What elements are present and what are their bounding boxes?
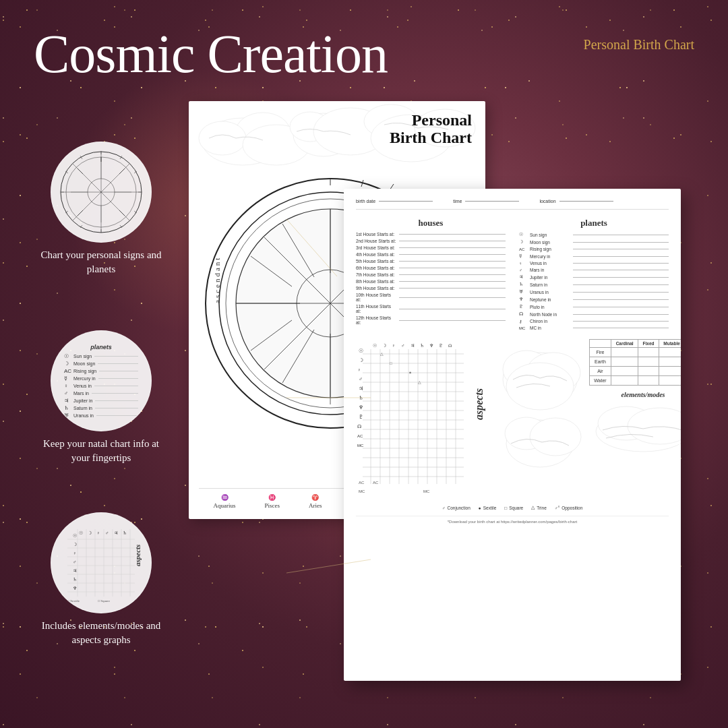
square-symbol: □: [504, 506, 507, 510]
annotation-planets: planets ☉ Sun sign ☽ Moon sign AC Rising…: [34, 330, 169, 465]
aspects-inner: ☉ ☽ ♀ ♂ ♃ ♄ ♆ ☉ ☽ ♀ ♂ ♃ ♄: [57, 519, 145, 607]
svg-text:♄: ♄: [420, 343, 424, 348]
location-field: location: [539, 199, 613, 204]
house-row-8: 8th House Starts at:: [356, 279, 506, 284]
elem-water-fixed: [638, 376, 659, 386]
elem-air-mutable: [659, 367, 681, 376]
svg-line-11: [78, 210, 83, 216]
planets-title: planets: [519, 218, 669, 229]
svg-text:AC: AC: [357, 434, 363, 438]
elem-fire-cardinal: [611, 348, 638, 357]
svg-text:● Sextile: ● Sextile: [67, 599, 80, 603]
location-line: [559, 201, 613, 202]
planet-mercury: ☿ Mercury in: [519, 253, 669, 259]
elem-water-cardinal: [611, 376, 638, 386]
pisces-label: Pisces: [265, 502, 280, 509]
trine-symbol: △: [531, 505, 535, 510]
aries-symbol: ♈: [311, 494, 319, 501]
legend-square: □ Square: [504, 505, 523, 510]
col-header-cardinal: Cardinal: [611, 340, 638, 348]
svg-text:♃: ♃: [411, 343, 415, 348]
legend-sextile: ● Sextile: [479, 505, 496, 510]
planet-mars: ♂ Mars in: [519, 268, 669, 272]
elem-row-water: Water ▽: [590, 376, 681, 386]
svg-text:♂: ♂: [359, 376, 363, 382]
svg-text:♀: ♀: [73, 551, 76, 556]
time-field: time: [453, 199, 519, 204]
svg-text:♀: ♀: [357, 367, 361, 372]
doc2-inner: birth date time location: [344, 189, 681, 534]
main-title: Cosmic Creation: [34, 27, 388, 81]
svg-text:☉: ☉: [79, 530, 83, 536]
svg-text:♄: ♄: [123, 530, 127, 536]
svg-text:AC: AC: [373, 481, 379, 485]
col-header-mutable: Mutable: [659, 340, 681, 348]
svg-text:□ Square: □ Square: [98, 599, 111, 603]
elem-row-earth: Earth ▽: [590, 357, 681, 367]
svg-text:☊: ☊: [448, 344, 452, 348]
elem-earth-label: Earth: [590, 357, 611, 367]
svg-text:AC: AC: [359, 481, 365, 485]
legend-conjunction: ♂ Conjunction: [442, 505, 471, 510]
house-row-9: 9th House Starts at:: [356, 286, 506, 291]
annotation-wheel: Chart your personal signs and planets: [34, 142, 169, 276]
elements-modes-area: Cardinal Fixed Mutable Fire: [589, 339, 681, 502]
col-planets: planets ☉ Sun sign ☽ Moon sign AC Rising…: [519, 218, 669, 332]
svg-text:aspects: aspects: [133, 545, 142, 566]
legend-opposition: ♂° Opposition: [555, 505, 583, 510]
planet-jupiter: ♃ Jupiter in: [519, 274, 669, 280]
elem-earth-fixed: [638, 357, 659, 367]
svg-text:♂: ♂: [401, 343, 404, 348]
planet-venus: ♀ Venus in: [519, 261, 669, 266]
elem-row-fire: Fire △: [590, 348, 681, 357]
svg-text:♄: ♄: [73, 577, 77, 582]
header: Cosmic Creation Personal Birth Chart: [34, 27, 694, 81]
svg-text:MC: MC: [423, 489, 430, 493]
annotation-aspects: ☉ ☽ ♀ ♂ ♃ ♄ ♆ ☉ ☽ ♀ ♂ ♃ ♄: [34, 512, 169, 647]
svg-text:☽: ☽: [382, 343, 386, 348]
house-row-3: 3rd House Starts at:: [356, 245, 506, 250]
pisces-symbol: ♓: [268, 494, 276, 501]
doc2-bottom-section: ☉ ☽ ♀ ♂ ♃ ♄ ♆ ♇ ☊ AC MC: [356, 339, 669, 502]
planet-rising: AC Rising sign: [519, 247, 669, 251]
svg-text:MC: MC: [357, 444, 364, 448]
svg-text:♇: ♇: [439, 343, 443, 348]
svg-text:♀: ♀: [392, 343, 395, 348]
planet-moon: ☽ Moon sign: [519, 239, 669, 245]
planet-mc: MC MC in: [519, 326, 669, 330]
document-detail: birth date time location: [344, 189, 681, 681]
annotation-text-wheel: Chart your personal signs and planets: [34, 248, 169, 276]
aspects-mini-svg: ☉ ☽ ♀ ♂ ♃ ♄ ♆ ☉ ☽ ♀ ♂ ♃ ♄: [61, 522, 142, 603]
planet-pluto: ♇ Pluto in: [519, 304, 669, 309]
svg-line-10: [119, 210, 125, 216]
birth-date-label: birth date: [356, 199, 375, 204]
opposition-label: Opposition: [562, 506, 582, 510]
elem-air-label: Air: [590, 367, 611, 376]
doc1-title-line2: Birth Chart: [390, 129, 472, 146]
svg-text:♇: ♇: [359, 414, 363, 420]
planets-circle-title: planets: [64, 344, 138, 351]
house-row-1: 1st House Starts at:: [356, 232, 506, 237]
doc1-title-area: Personal Birth Chart: [390, 111, 472, 147]
svg-text:△: △: [418, 380, 421, 384]
doc1-title-line1: Personal: [390, 111, 472, 129]
time-label: time: [453, 199, 462, 204]
main-content: Cosmic Creation Personal Birth Chart: [0, 0, 728, 728]
house-row-6: 6th House Starts at:: [356, 266, 506, 270]
svg-text:♃: ♃: [73, 568, 77, 574]
elem-air-fixed: [638, 367, 659, 376]
house-row-7: 7th House Starts at:: [356, 272, 506, 277]
house-row-2: 2nd House Starts at:: [356, 239, 506, 243]
conjunction-symbol: ♂: [442, 506, 446, 510]
opposition-symbol: ♂°: [555, 506, 559, 510]
elem-row-air: Air △: [590, 367, 681, 376]
aquarius-label: Aquarius: [214, 502, 236, 509]
svg-text:☉: ☉: [73, 533, 77, 539]
trine-label: Trine: [537, 506, 547, 510]
svg-text:☉: ☉: [373, 343, 377, 348]
svg-line-8: [78, 169, 83, 174]
sextile-label: Sextile: [483, 506, 497, 510]
svg-text:☽: ☽: [88, 530, 92, 536]
time-line: [465, 201, 519, 202]
svg-text:♀: ♀: [96, 530, 100, 536]
